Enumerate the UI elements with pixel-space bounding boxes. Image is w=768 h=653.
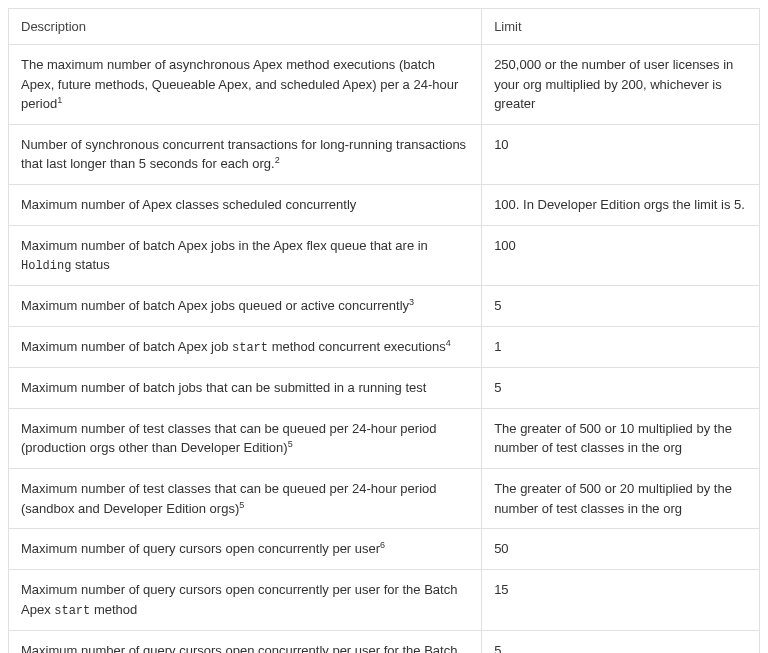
table-row: Maximum number of query cursors open con…	[9, 570, 760, 631]
code-literal: start	[232, 341, 268, 355]
footnote-ref: 2	[275, 155, 280, 165]
table-row: Maximum number of batch Apex jobs in the…	[9, 225, 760, 286]
footnote-ref: 1	[57, 95, 62, 105]
table-row: Maximum number of batch Apex jobs queued…	[9, 286, 760, 327]
cell-limit: 15	[482, 570, 760, 631]
cell-description: Maximum number of query cursors open con…	[9, 529, 482, 570]
table-row: Maximum number of batch Apex job start m…	[9, 326, 760, 367]
cell-limit: 5	[482, 368, 760, 409]
cell-limit: 5	[482, 630, 760, 653]
cell-description: Maximum number of batch Apex job start m…	[9, 326, 482, 367]
footnote-ref: 4	[446, 338, 451, 348]
cell-limit: 50	[482, 529, 760, 570]
cell-description: Maximum number of test classes that can …	[9, 469, 482, 529]
cell-limit: 100. In Developer Edition orgs the limit…	[482, 185, 760, 226]
table-row: Maximum number of test classes that can …	[9, 408, 760, 468]
cell-description: Maximum number of test classes that can …	[9, 408, 482, 468]
cell-limit: 100	[482, 225, 760, 286]
table-row: Number of synchronous concurrent transac…	[9, 124, 760, 184]
footnote-ref: 6	[380, 540, 385, 550]
table-row: Maximum number of query cursors open con…	[9, 529, 760, 570]
cell-limit: The greater of 500 or 10 multiplied by t…	[482, 408, 760, 468]
table-row: Maximum number of Apex classes scheduled…	[9, 185, 760, 226]
cell-description: Maximum number of Apex classes scheduled…	[9, 185, 482, 226]
code-literal: Holding	[21, 259, 71, 273]
code-literal: start	[54, 604, 90, 618]
limits-table: Description Limit The maximum number of …	[8, 8, 760, 653]
header-description: Description	[9, 9, 482, 45]
table-row: Maximum number of test classes that can …	[9, 469, 760, 529]
cell-description: Maximum number of batch Apex jobs queued…	[9, 286, 482, 327]
footnote-ref: 5	[288, 439, 293, 449]
cell-limit: 10	[482, 124, 760, 184]
table-row: Maximum number of batch jobs that can be…	[9, 368, 760, 409]
cell-description: Maximum number of query cursors open con…	[9, 630, 482, 653]
footnote-ref: 3	[409, 297, 414, 307]
cell-description: Maximum number of query cursors open con…	[9, 570, 482, 631]
footnote-ref: 5	[239, 500, 244, 510]
cell-limit: 1	[482, 326, 760, 367]
cell-limit: 250,000 or the number of user licenses i…	[482, 45, 760, 125]
table-body: The maximum number of asynchronous Apex …	[9, 45, 760, 654]
cell-limit: 5	[482, 286, 760, 327]
cell-description: Maximum number of batch Apex jobs in the…	[9, 225, 482, 286]
cell-description: The maximum number of asynchronous Apex …	[9, 45, 482, 125]
cell-description: Maximum number of batch jobs that can be…	[9, 368, 482, 409]
cell-limit: The greater of 500 or 20 multiplied by t…	[482, 469, 760, 529]
table-row: The maximum number of asynchronous Apex …	[9, 45, 760, 125]
cell-description: Number of synchronous concurrent transac…	[9, 124, 482, 184]
table-header-row: Description Limit	[9, 9, 760, 45]
table-row: Maximum number of query cursors open con…	[9, 630, 760, 653]
header-limit: Limit	[482, 9, 760, 45]
